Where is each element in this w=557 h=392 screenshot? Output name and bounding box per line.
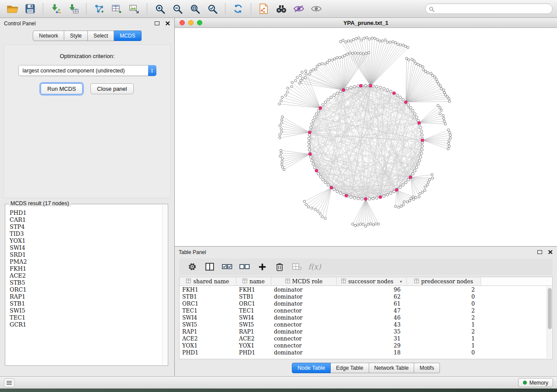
zoom-fit-button[interactable]: [187, 2, 203, 16]
eye-slash-icon: [293, 4, 304, 13]
tab-mcds[interactable]: MCDS: [114, 31, 141, 41]
tab-node-table[interactable]: Node Table: [292, 363, 331, 373]
mcds-result-item[interactable]: TID3: [10, 230, 161, 237]
search-network-button[interactable]: [273, 2, 290, 16]
memory-button[interactable]: Memory: [518, 378, 553, 387]
mcds-result-item[interactable]: PHD1: [10, 210, 161, 217]
cell-shared-name: ORC1: [180, 300, 236, 307]
hide-visual-props-button[interactable]: [291, 2, 307, 16]
column-header-predecessor-nodes[interactable]: predecessor nodes: [407, 277, 481, 286]
table-row[interactable]: FKH1FKH1dominator962: [180, 286, 552, 293]
mcds-result-item[interactable]: STP4: [10, 224, 161, 230]
add-row-button[interactable]: [253, 263, 271, 271]
close-table-panel-icon[interactable]: ✕: [547, 249, 553, 255]
run-mcds-button[interactable]: Run MCDS: [41, 83, 83, 94]
table-row[interactable]: TEC1TEC1connector472: [180, 307, 552, 314]
cell-filler: [481, 307, 552, 314]
cell-shared-name: TEC1: [180, 307, 236, 314]
tab-motifs[interactable]: Motifs: [414, 363, 439, 373]
column-grid-icon: [285, 278, 290, 285]
cell-name: SWI4: [236, 314, 271, 321]
deselect-all-button[interactable]: [236, 262, 253, 271]
cell-filler: [481, 342, 552, 349]
toolbar-separator: [251, 3, 251, 14]
status-menu-button[interactable]: [4, 378, 14, 387]
mcds-result-item[interactable]: CAR1: [10, 217, 161, 224]
cell-shared-name: YOX1: [180, 342, 236, 349]
select-all-button[interactable]: [218, 262, 236, 271]
table-row[interactable]: PHD1PHD1dominator180: [180, 349, 552, 356]
mcds-result-item[interactable]: SRD1: [10, 251, 161, 258]
table-type-tabs: Node TableEdge TableNetwork TableMotifs: [175, 363, 557, 373]
table-scrollbar-thumb[interactable]: [548, 288, 552, 329]
table-body: FKH1FKH1dominator962STB1STB1dominator620…: [180, 286, 552, 356]
mcds-result-item[interactable]: RAP1: [10, 293, 161, 300]
zoom-in-button[interactable]: [152, 2, 168, 16]
table-row[interactable]: SWI4SWI4dominator462: [180, 314, 552, 321]
export-image-button[interactable]: [126, 2, 142, 16]
column-header-shared-name[interactable]: shared name: [180, 277, 236, 286]
mcds-result-item[interactable]: ORC1: [10, 286, 161, 293]
table-settings-button[interactable]: [183, 262, 201, 271]
table-row[interactable]: RAP1RAP1dominator352: [180, 328, 552, 335]
share-document-button[interactable]: [256, 2, 272, 16]
tab-style[interactable]: Style: [64, 31, 88, 41]
cell-mcds-role: connector: [271, 321, 337, 328]
column-header-name[interactable]: name: [236, 277, 271, 286]
delete-rows-button[interactable]: [271, 262, 288, 271]
chevron-down-icon[interactable]: ▾: [400, 279, 402, 284]
tab-edge-table[interactable]: Edge Table: [331, 363, 369, 373]
table-row[interactable]: SWI5SWI5connector431: [180, 321, 552, 328]
column-header-MCDS-role[interactable]: MCDS role: [271, 277, 337, 286]
close-panel-button[interactable]: Close panel: [90, 83, 134, 94]
mcds-result-item[interactable]: SWI5: [10, 307, 161, 314]
zoom-selected-button[interactable]: [204, 2, 221, 16]
import-table-button[interactable]: [65, 2, 82, 16]
memory-status-icon: [523, 381, 527, 385]
table-row[interactable]: ACE2ACE2connector311: [180, 335, 552, 342]
open-file-button[interactable]: [4, 2, 21, 16]
cell-shared-name: PHD1: [180, 349, 236, 356]
mcds-result-item[interactable]: PMA2: [10, 258, 161, 265]
table-scrollbar[interactable]: [547, 286, 552, 358]
tab-select[interactable]: Select: [88, 31, 114, 41]
show-columns-button[interactable]: [201, 263, 218, 271]
mcds-result-item[interactable]: TEC1: [10, 314, 161, 321]
refresh-button[interactable]: [230, 2, 246, 16]
right-column: YPA_prune.txt_1 Table Panel ✕: [175, 18, 557, 376]
optimization-dropdown[interactable]: largest connected component (undirected)…: [18, 65, 156, 76]
mcds-result-item[interactable]: FKH1: [10, 265, 161, 272]
table-row[interactable]: STB1STB1dominator620: [180, 293, 552, 300]
mcds-result-item[interactable]: ACE2: [10, 272, 161, 279]
new-network-button[interactable]: [91, 2, 107, 16]
float-table-panel-icon[interactable]: [537, 250, 542, 254]
network-canvas[interactable]: [175, 28, 557, 246]
zoom-out-button[interactable]: [169, 2, 186, 16]
cell-filler: [481, 335, 552, 342]
mcds-result-item[interactable]: GCR1: [10, 321, 161, 328]
cell-shared-name: ACE2: [180, 335, 236, 342]
tab-network-table[interactable]: Network Table: [369, 363, 415, 373]
mcds-result-item[interactable]: STB5: [10, 279, 161, 286]
table-toolbar: f(x): [179, 258, 553, 275]
new-table-button[interactable]: [108, 2, 125, 16]
mcds-result-item[interactable]: YOX1: [10, 237, 161, 244]
cell-predecessor-nodes: 2: [407, 328, 481, 335]
column-header-successor-nodes[interactable]: successor nodes▾: [337, 277, 407, 286]
close-panel-icon[interactable]: ✕: [165, 20, 170, 27]
cell-successor-nodes: 31: [337, 335, 407, 342]
table-row[interactable]: ORC1ORC1dominator610: [180, 300, 552, 307]
mcds-result-item[interactable]: SWI4: [10, 244, 161, 251]
cell-predecessor-nodes: 2: [407, 286, 481, 293]
table-row[interactable]: YOX1YOX1connector291: [180, 342, 552, 349]
search-input[interactable]: [425, 3, 553, 14]
save-session-button[interactable]: [22, 2, 38, 16]
result-list-scrollbar[interactable]: [162, 205, 167, 364]
float-panel-icon[interactable]: [155, 21, 159, 25]
show-visual-props-button[interactable]: [308, 2, 325, 16]
tab-network[interactable]: Network: [33, 31, 64, 41]
import-network-button[interactable]: [48, 2, 64, 16]
cell-shared-name: SWI5: [180, 321, 236, 328]
toolbar-separator: [225, 3, 225, 14]
mcds-result-item[interactable]: STB1: [10, 300, 161, 307]
